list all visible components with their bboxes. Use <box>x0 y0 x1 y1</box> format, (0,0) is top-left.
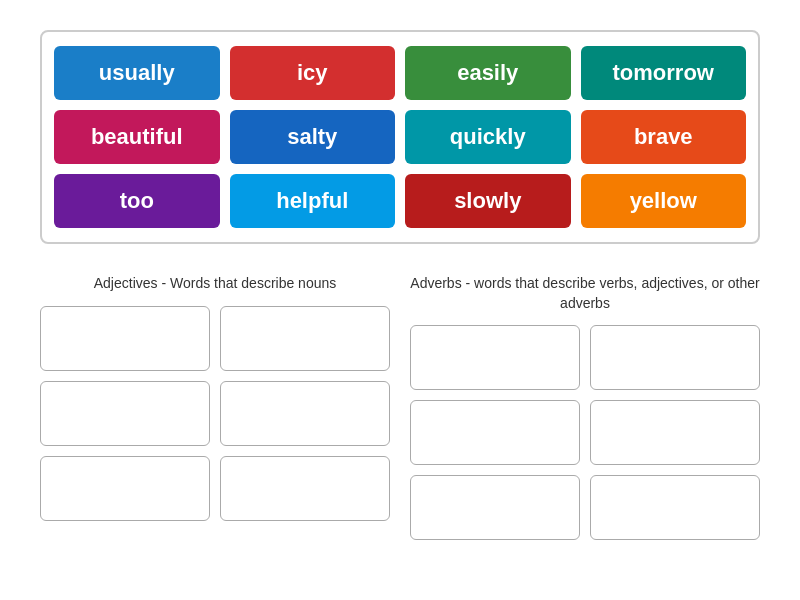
bottom-section: Adjectives - Words that describe nouns A… <box>40 274 760 540</box>
adverb-drop-cell-2[interactable] <box>590 325 760 390</box>
tile-usually[interactable]: usually <box>54 46 220 100</box>
tile-quickly[interactable]: quickly <box>405 110 571 164</box>
tile-salty[interactable]: salty <box>230 110 396 164</box>
adjective-drop-cell-2[interactable] <box>220 306 390 371</box>
tile-brave[interactable]: brave <box>581 110 747 164</box>
adjective-drop-cell-1[interactable] <box>40 306 210 371</box>
adjectives-drop-grid <box>40 306 390 521</box>
tile-helpful[interactable]: helpful <box>230 174 396 228</box>
tile-beautiful[interactable]: beautiful <box>54 110 220 164</box>
tile-easily[interactable]: easily <box>405 46 571 100</box>
adjective-drop-cell-4[interactable] <box>220 381 390 446</box>
adverbs-col: Adverbs - words that describe verbs, adj… <box>410 274 760 540</box>
adjectives-label: Adjectives - Words that describe nouns <box>40 274 390 294</box>
main-container: usuallyicyeasilytomorrowbeautifulsaltyqu… <box>0 0 800 570</box>
tile-too[interactable]: too <box>54 174 220 228</box>
adjective-drop-cell-3[interactable] <box>40 381 210 446</box>
tile-slowly[interactable]: slowly <box>405 174 571 228</box>
adverb-drop-cell-4[interactable] <box>590 400 760 465</box>
adverbs-drop-grid <box>410 325 760 540</box>
adverb-drop-cell-1[interactable] <box>410 325 580 390</box>
tile-icy[interactable]: icy <box>230 46 396 100</box>
adverb-drop-cell-6[interactable] <box>590 475 760 540</box>
adjective-drop-cell-5[interactable] <box>40 456 210 521</box>
adverb-drop-cell-5[interactable] <box>410 475 580 540</box>
adverb-drop-cell-3[interactable] <box>410 400 580 465</box>
tiles-box: usuallyicyeasilytomorrowbeautifulsaltyqu… <box>40 30 760 244</box>
adverbs-label: Adverbs - words that describe verbs, adj… <box>410 274 760 313</box>
adjectives-col: Adjectives - Words that describe nouns <box>40 274 390 540</box>
tile-tomorrow[interactable]: tomorrow <box>581 46 747 100</box>
adjective-drop-cell-6[interactable] <box>220 456 390 521</box>
tile-yellow[interactable]: yellow <box>581 174 747 228</box>
